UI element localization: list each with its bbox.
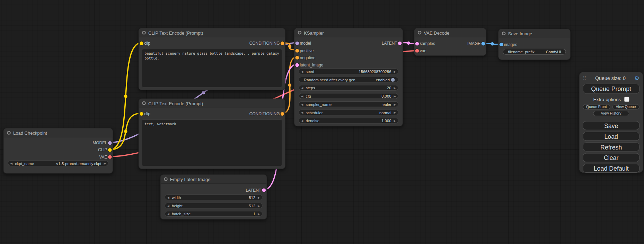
- node-ksampler[interactable]: KSampler model LATENT positive negative …: [294, 28, 403, 127]
- node-save-image[interactable]: Save Image images filename_prefix ComfyU…: [498, 29, 571, 60]
- view-queue-button[interactable]: View Queue: [612, 104, 639, 109]
- input-slot-vae[interactable]: vae: [414, 47, 486, 54]
- output-slot-latent[interactable]: LATENT: [161, 187, 267, 193]
- refresh-button[interactable]: Refresh: [583, 142, 639, 151]
- node-vae-decode[interactable]: VAE Decode samples IMAGE vae: [414, 28, 486, 56]
- input-slot-images[interactable]: images: [499, 41, 570, 48]
- output-slot-model[interactable]: MODEL: [4, 139, 113, 146]
- collapse-dot-icon[interactable]: [142, 31, 146, 35]
- collapse-dot-icon[interactable]: [502, 31, 506, 35]
- output-slot-clip[interactable]: CLIP: [4, 146, 113, 153]
- output-dot-model[interactable]: [108, 141, 112, 145]
- collapse-dot-icon[interactable]: [164, 177, 168, 181]
- input-dot-model[interactable]: [295, 42, 299, 45]
- node-titlebar[interactable]: Load Checkpoint: [4, 128, 113, 137]
- node-titlebar[interactable]: CLIP Text Encode (Prompt): [139, 28, 285, 37]
- increment-arrow-icon[interactable]: ▶: [394, 103, 396, 106]
- widget-scheduler[interactable]: ◀ scheduler normal ▶: [299, 110, 398, 116]
- input-slot-negative[interactable]: negative: [294, 54, 403, 61]
- output-dot-image[interactable]: [482, 42, 485, 46]
- decrement-arrow-icon[interactable]: ◀: [167, 213, 169, 215]
- input-dot-images[interactable]: [500, 43, 503, 46]
- output-dot-conditioning[interactable]: [281, 112, 284, 116]
- decrement-arrow-icon[interactable]: ◀: [301, 70, 303, 73]
- widget-cfg[interactable]: ◀ cfg 8.000 ▶: [299, 93, 398, 99]
- widget-batch-size[interactable]: ◀ batch_size 1 ▶: [165, 211, 262, 217]
- node-titlebar[interactable]: CLIP Text Encode (Prompt): [139, 99, 285, 108]
- output-dot-conditioning[interactable]: [281, 42, 284, 45]
- input-dot-negative[interactable]: [295, 56, 299, 60]
- decrement-arrow-icon[interactable]: ◀: [167, 196, 169, 199]
- settings-gear-icon[interactable]: ⚙: [634, 75, 639, 82]
- increment-arrow-icon[interactable]: ▶: [258, 213, 260, 215]
- view-history-button[interactable]: View History: [593, 111, 629, 116]
- widget-sampler-name[interactable]: ◀ sampler_name euler ▶: [299, 101, 398, 107]
- node-titlebar[interactable]: Save Image: [499, 29, 570, 38]
- node-titlebar[interactable]: Empty Latent Image: [161, 175, 267, 184]
- decrement-arrow-icon[interactable]: ◀: [301, 119, 303, 122]
- node-titlebar[interactable]: VAE Decode: [414, 28, 486, 37]
- prompt-textarea[interactable]: text, watermark: [142, 119, 282, 166]
- queue-prompt-button[interactable]: Queue Prompt: [583, 84, 639, 93]
- input-dot-positive[interactable]: [295, 49, 299, 53]
- widget-denoise[interactable]: ◀ denoise 1.000 ▶: [299, 118, 398, 124]
- input-dot-clip[interactable]: [140, 112, 143, 116]
- output-dot-clip[interactable]: [108, 148, 112, 152]
- collapse-dot-icon[interactable]: [418, 31, 422, 35]
- input-dot-samples[interactable]: [415, 42, 419, 46]
- widget-filename-prefix[interactable]: filename_prefix ComfyUI: [503, 49, 566, 55]
- output-dot-latent[interactable]: [262, 188, 266, 192]
- decrement-arrow-icon[interactable]: ◀: [10, 162, 12, 165]
- increment-arrow-icon[interactable]: ▶: [394, 111, 396, 114]
- input-label: images: [504, 42, 517, 47]
- increment-arrow-icon[interactable]: ▶: [394, 119, 396, 122]
- output-dot-latent[interactable]: [398, 42, 402, 45]
- decrement-arrow-icon[interactable]: ◀: [301, 111, 303, 114]
- collapse-dot-icon[interactable]: [142, 101, 146, 105]
- node-clip-text-encode-negative[interactable]: CLIP Text Encode (Prompt) clip CONDITION…: [139, 99, 285, 169]
- increment-arrow-icon[interactable]: ▶: [394, 70, 396, 73]
- increment-arrow-icon[interactable]: ▶: [394, 87, 396, 89]
- input-dot-latent-image[interactable]: [295, 63, 299, 67]
- decrement-arrow-icon[interactable]: ◀: [167, 204, 169, 207]
- decrement-arrow-icon[interactable]: ◀: [301, 94, 303, 97]
- graph-canvas[interactable]: Load Checkpoint MODEL CLIP VAE ◀ ckpt_na…: [0, 0, 644, 244]
- drag-handle-icon[interactable]: ⠿: [583, 75, 586, 81]
- node-empty-latent-image[interactable]: Empty Latent Image LATENT ◀ width 512 ▶ …: [160, 174, 267, 219]
- queue-front-button[interactable]: Queue Front: [583, 104, 610, 109]
- load-button[interactable]: Load: [583, 132, 639, 141]
- widget-seed[interactable]: ◀ seed 156680208700286 ▶: [299, 69, 398, 74]
- widget-random-seed-toggle[interactable]: Random seed after every gen enabled: [299, 77, 398, 83]
- input-slot-latent-image[interactable]: latent_image: [294, 61, 403, 69]
- slot-row: samples IMAGE: [414, 40, 486, 47]
- load-default-button[interactable]: Load Default: [583, 164, 639, 173]
- increment-arrow-icon[interactable]: ▶: [104, 162, 106, 165]
- widget-ckpt-name[interactable]: ◀ ckpt_name v1-5-pruned-emaonly.ckpt ▶: [8, 161, 108, 166]
- output-slot-vae[interactable]: VAE: [4, 153, 113, 160]
- input-slot-positive[interactable]: positive: [294, 47, 403, 54]
- clear-button[interactable]: Clear: [583, 153, 639, 162]
- collapse-dot-icon[interactable]: [298, 31, 302, 35]
- input-dot-clip[interactable]: [140, 42, 143, 45]
- node-titlebar[interactable]: KSampler: [294, 28, 403, 37]
- widget-width[interactable]: ◀ width 512 ▶: [165, 195, 262, 200]
- input-dot-vae[interactable]: [415, 49, 419, 53]
- decrement-arrow-icon[interactable]: ◀: [301, 87, 303, 89]
- toggle-knob-icon[interactable]: [391, 78, 395, 82]
- widget-steps[interactable]: ◀ steps 20 ▶: [299, 85, 398, 91]
- decrement-arrow-icon[interactable]: ◀: [301, 103, 303, 106]
- extra-options-checkbox[interactable]: [624, 97, 629, 102]
- save-button[interactable]: Save: [583, 121, 639, 130]
- increment-arrow-icon[interactable]: ▶: [258, 204, 260, 207]
- collapse-dot-icon[interactable]: [7, 131, 11, 135]
- node-load-checkpoint[interactable]: Load Checkpoint MODEL CLIP VAE ◀ ckpt_na…: [3, 128, 113, 174]
- increment-arrow-icon[interactable]: ▶: [394, 94, 396, 97]
- widget-value: 20: [387, 85, 391, 90]
- node-clip-text-encode-positive[interactable]: CLIP Text Encode (Prompt) clip CONDITION…: [139, 28, 285, 90]
- slot-row: model LATENT: [294, 40, 403, 47]
- output-dot-vae[interactable]: [108, 155, 112, 159]
- widget-height[interactable]: ◀ height 512 ▶: [165, 203, 262, 209]
- widget-value: ComfyUI: [546, 49, 561, 54]
- prompt-textarea[interactable]: beautiful scenery nature glass bottle la…: [142, 49, 282, 87]
- increment-arrow-icon[interactable]: ▶: [258, 196, 260, 199]
